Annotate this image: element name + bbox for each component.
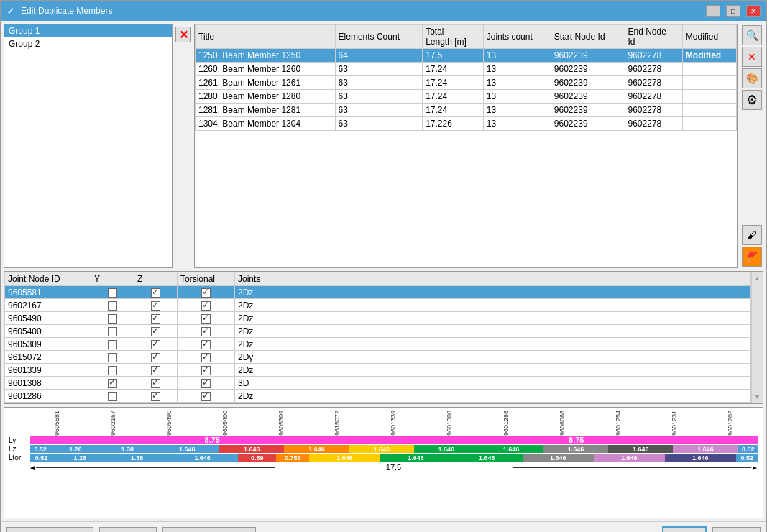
ok-button[interactable]: OK [662,526,706,532]
content-area: Group 1 Group 2 ✕ Title Elements Count T… [1,21,766,521]
groups-panel: Group 1 Group 2 [4,24,173,268]
minimize-button[interactable]: — [706,5,720,17]
ltor-row: Ltor 0.521.261.381.6460.890.7561.6461.64… [9,454,758,462]
col-title: Title [196,25,336,49]
col-start-node: Start Node Id [551,25,625,49]
joints-table-wrap: Joint Node ID Y Z Torsional Joints 96055… [4,272,751,403]
joints-table: Joint Node ID Y Z Torsional Joints 96055… [4,272,751,403]
automatic-merge-button[interactable]: Automatic Merge [6,527,93,532]
bottom-chart: 9605581960216796054909605400960530996150… [4,407,763,518]
lz-row: Lz 0.521.261.381.6461.6461.6461.6461.646… [9,445,758,453]
title-bar: ✓ Edit Duplicate Members — □ ✕ [1,1,766,21]
lz-segments: 0.521.261.381.6461.6461.6461.6461.6461.6… [30,445,758,453]
joint-col-id: Joint Node ID [5,272,91,286]
paint-toolbar-button[interactable]: 🖌 [742,225,762,245]
remove-button-area: ✕ [175,24,191,268]
close-button[interactable]: ✕ [746,5,761,17]
color-toolbar-button[interactable]: 🎨 [742,68,762,88]
col-end-node: End NodeId [625,25,682,49]
group-item-1[interactable]: Group 1 [4,24,172,37]
right-toolbar: 🔍 ✕ 🎨 ⚙ 🖌 🚩 [740,24,763,268]
joint-col-y: Y [91,272,134,286]
ly-label: Ly [9,436,30,444]
joint-col-joints: Joints [235,272,751,286]
joint-col-torsional: Torsional [178,272,235,286]
window-title: Edit Duplicate Members [21,6,700,16]
col-joints: Joints count [483,25,551,49]
merge-all-button[interactable]: Merge All [99,527,157,532]
col-elements: Elements Count [335,25,423,49]
members-table: Title Elements Count TotalLength [m] Joi… [195,24,737,131]
joints-section: Joint Node ID Y Z Torsional Joints 96055… [4,271,763,404]
groups-list: Group 1 Group 2 [4,24,172,267]
top-section: Group 1 Group 2 ✕ Title Elements Count T… [4,24,763,268]
cancel-button[interactable]: Cancel [712,527,761,532]
joint-col-z: Z [134,272,178,286]
scroll-indicator: ▲ ▼ [751,272,763,403]
title-icon: ✓ [6,5,15,17]
ltor-label: Ltor [9,454,30,462]
footer: Automatic Merge Merge All Remove all gro… [1,521,766,532]
ltor-segments: 0.521.261.381.6460.890.7561.6461.6461.64… [30,454,758,462]
members-table-area: Title Elements Count TotalLength [m] Joi… [194,24,738,268]
arrow-row: ◄ 17.5 ► [29,463,758,472]
group-item-2[interactable]: Group 2 [4,37,172,50]
col-length: TotalLength [m] [423,25,484,49]
remove-group-button[interactable]: ✕ [175,27,191,42]
chart-column-headers: 9605581960216796054909605400960530996150… [29,411,758,436]
search-toolbar-button[interactable]: 🔍 [742,25,762,45]
remove-toolbar-button[interactable]: ✕ [742,47,762,67]
ly-row: Ly 8.75 8.75 [9,436,758,444]
remove-groups-button[interactable]: Remove all groups [162,527,256,532]
main-window: ✓ Edit Duplicate Members — □ ✕ Group 1 G… [0,0,767,532]
col-modified: Modified [682,25,736,49]
settings-toolbar-button[interactable]: ⚙ [742,90,762,110]
maximize-button[interactable]: □ [726,5,740,17]
lz-label: Lz [9,445,30,453]
flag-toolbar-button[interactable]: 🚩 [742,247,762,267]
ly-segments: 8.75 8.75 [30,436,758,444]
